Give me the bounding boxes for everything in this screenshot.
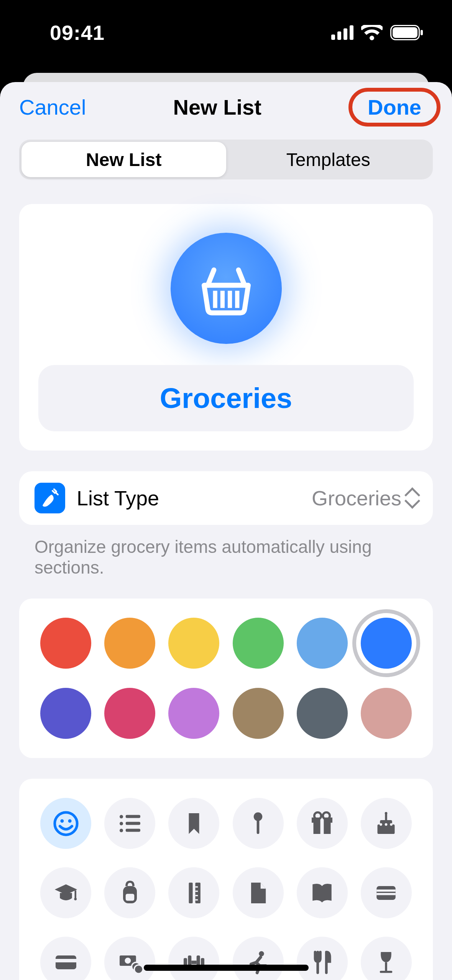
- carrot-icon: [35, 483, 65, 513]
- battery-icon: [390, 25, 423, 40]
- creditcard-icon: [52, 949, 80, 976]
- svg-point-12: [60, 819, 64, 822]
- svg-point-31: [380, 823, 383, 825]
- book-icon: [308, 879, 336, 907]
- backpack-icon: [116, 879, 144, 907]
- ruler-pencil-icon-button[interactable]: [168, 867, 219, 918]
- cash-coins-icon: [116, 949, 144, 976]
- color-swatch-rose[interactable]: [361, 688, 412, 739]
- wallet-icon-button[interactable]: [361, 867, 412, 918]
- gift-icon-button[interactable]: [297, 798, 348, 849]
- dumbbell-icon: [180, 949, 208, 976]
- wifi-icon: [361, 25, 383, 40]
- graduation-icon-button[interactable]: [40, 867, 91, 918]
- basket-icon: [196, 258, 257, 319]
- svg-point-58: [259, 951, 264, 956]
- document-icon-button[interactable]: [233, 867, 284, 918]
- done-button[interactable]: Done: [368, 95, 421, 120]
- svg-rect-6: [421, 30, 423, 35]
- color-picker-card: [19, 599, 433, 758]
- bookmark-icon-button[interactable]: [168, 798, 219, 849]
- svg-rect-21: [257, 819, 260, 834]
- running-icon: [244, 949, 272, 976]
- color-swatch-brown[interactable]: [233, 688, 284, 739]
- color-swatch-lightblue[interactable]: [297, 618, 348, 669]
- svg-rect-0: [331, 35, 335, 40]
- backpack-icon-button[interactable]: [104, 867, 155, 918]
- svg-point-32: [385, 823, 388, 825]
- color-swatch-purple[interactable]: [40, 688, 91, 739]
- list-preview-card: [19, 204, 433, 451]
- svg-point-33: [390, 823, 393, 825]
- creditcard-icon-button[interactable]: [40, 937, 91, 980]
- wineglass-icon: [372, 949, 400, 976]
- color-swatch-violet[interactable]: [168, 688, 219, 739]
- svg-point-26: [323, 812, 330, 819]
- svg-rect-45: [377, 890, 396, 892]
- svg-point-11: [54, 812, 77, 835]
- color-swatch-green[interactable]: [233, 618, 284, 669]
- segmented-control[interactable]: New List Templates: [19, 140, 433, 179]
- list-icon: [116, 810, 144, 837]
- svg-rect-48: [56, 959, 76, 962]
- svg-point-30: [385, 812, 388, 814]
- document-icon: [244, 879, 272, 907]
- color-swatch-red[interactable]: [40, 618, 91, 669]
- navigation-bar: Cancel New List Done: [0, 82, 452, 132]
- status-bar: 09:41: [0, 0, 452, 73]
- fork-knife-icon: [308, 949, 336, 976]
- cash-coins-icon-button[interactable]: [104, 937, 155, 980]
- ruler-pencil-icon: [180, 879, 208, 907]
- home-indicator[interactable]: [144, 965, 309, 971]
- cancel-button[interactable]: Cancel: [19, 95, 86, 120]
- chevron-updown-icon: [405, 489, 417, 507]
- list-name-input[interactable]: [38, 365, 414, 431]
- svg-point-50: [125, 957, 131, 964]
- color-swatch-gray[interactable]: [297, 688, 348, 739]
- svg-rect-5: [393, 27, 417, 38]
- svg-rect-38: [189, 883, 192, 903]
- svg-rect-15: [125, 815, 140, 818]
- color-swatch-orange[interactable]: [104, 618, 155, 669]
- svg-point-25: [314, 812, 321, 819]
- list-type-footnote: Organize grocery items automatically usi…: [35, 536, 417, 578]
- cellular-icon: [331, 25, 353, 40]
- bookmark-icon: [180, 810, 208, 837]
- cake-icon-button[interactable]: [361, 798, 412, 849]
- wallet-icon: [372, 879, 400, 907]
- graduation-icon: [52, 879, 80, 907]
- list-type-row[interactable]: List Type Groceries: [19, 471, 433, 525]
- svg-rect-19: [125, 829, 140, 832]
- smiley-icon-button[interactable]: [40, 798, 91, 849]
- segment-templates[interactable]: Templates: [226, 142, 431, 177]
- list-icon-preview[interactable]: [171, 233, 282, 344]
- svg-point-13: [68, 819, 71, 822]
- fork-knife-icon-button[interactable]: [297, 937, 348, 980]
- cake-icon: [372, 810, 400, 837]
- dumbbell-icon-button[interactable]: [168, 937, 219, 980]
- svg-rect-46: [377, 893, 396, 895]
- svg-point-18: [120, 829, 123, 832]
- wineglass-icon-button[interactable]: [361, 937, 412, 980]
- svg-point-35: [74, 898, 77, 900]
- svg-rect-1: [337, 31, 341, 40]
- segment-new-list[interactable]: New List: [21, 142, 226, 177]
- svg-point-14: [120, 815, 123, 818]
- icon-picker-card: [19, 779, 433, 980]
- running-icon-button[interactable]: [233, 937, 284, 980]
- svg-rect-37: [125, 894, 134, 901]
- color-swatch-pink[interactable]: [104, 688, 155, 739]
- pin-icon-button[interactable]: [233, 798, 284, 849]
- book-icon-button[interactable]: [297, 867, 348, 918]
- color-swatch-blue[interactable]: [361, 618, 412, 669]
- svg-point-16: [120, 822, 123, 825]
- page-title: New List: [173, 95, 261, 120]
- svg-point-52: [134, 965, 143, 973]
- status-time: 09:41: [50, 21, 105, 44]
- gift-icon: [308, 810, 336, 837]
- svg-rect-17: [125, 822, 140, 825]
- color-swatch-yellow[interactable]: [168, 618, 219, 669]
- list-icon-button[interactable]: [104, 798, 155, 849]
- svg-rect-3: [350, 25, 353, 40]
- done-button-highlight: Done: [348, 88, 440, 127]
